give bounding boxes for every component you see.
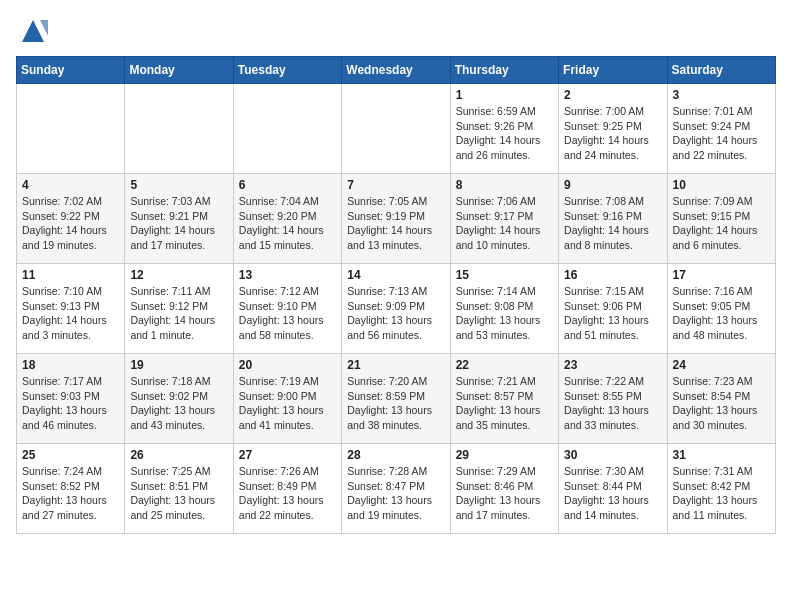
day-number: 10 [673, 178, 770, 192]
weekday-header: Saturday [667, 57, 775, 84]
calendar-cell: 7Sunrise: 7:05 AM Sunset: 9:19 PM Daylig… [342, 174, 450, 264]
svg-marker-0 [22, 20, 44, 42]
day-number: 7 [347, 178, 444, 192]
day-number: 22 [456, 358, 553, 372]
day-info: Sunrise: 7:17 AM Sunset: 9:03 PM Dayligh… [22, 374, 119, 433]
day-info: Sunrise: 7:03 AM Sunset: 9:21 PM Dayligh… [130, 194, 227, 253]
day-info: Sunrise: 7:24 AM Sunset: 8:52 PM Dayligh… [22, 464, 119, 523]
day-info: Sunrise: 7:31 AM Sunset: 8:42 PM Dayligh… [673, 464, 770, 523]
day-number: 6 [239, 178, 336, 192]
day-info: Sunrise: 7:29 AM Sunset: 8:46 PM Dayligh… [456, 464, 553, 523]
calendar-cell: 21Sunrise: 7:20 AM Sunset: 8:59 PM Dayli… [342, 354, 450, 444]
day-info: Sunrise: 7:02 AM Sunset: 9:22 PM Dayligh… [22, 194, 119, 253]
calendar-cell [342, 84, 450, 174]
calendar-cell: 13Sunrise: 7:12 AM Sunset: 9:10 PM Dayli… [233, 264, 341, 354]
weekday-header: Monday [125, 57, 233, 84]
day-number: 17 [673, 268, 770, 282]
day-number: 26 [130, 448, 227, 462]
day-info: Sunrise: 7:04 AM Sunset: 9:20 PM Dayligh… [239, 194, 336, 253]
calendar-cell: 11Sunrise: 7:10 AM Sunset: 9:13 PM Dayli… [17, 264, 125, 354]
calendar-cell: 26Sunrise: 7:25 AM Sunset: 8:51 PM Dayli… [125, 444, 233, 534]
day-number: 16 [564, 268, 661, 282]
day-number: 4 [22, 178, 119, 192]
day-number: 5 [130, 178, 227, 192]
calendar-cell: 28Sunrise: 7:28 AM Sunset: 8:47 PM Dayli… [342, 444, 450, 534]
day-info: Sunrise: 7:26 AM Sunset: 8:49 PM Dayligh… [239, 464, 336, 523]
calendar-cell: 10Sunrise: 7:09 AM Sunset: 9:15 PM Dayli… [667, 174, 775, 264]
day-number: 18 [22, 358, 119, 372]
calendar-cell: 19Sunrise: 7:18 AM Sunset: 9:02 PM Dayli… [125, 354, 233, 444]
day-number: 8 [456, 178, 553, 192]
weekday-header: Tuesday [233, 57, 341, 84]
day-info: Sunrise: 7:05 AM Sunset: 9:19 PM Dayligh… [347, 194, 444, 253]
day-info: Sunrise: 6:59 AM Sunset: 9:26 PM Dayligh… [456, 104, 553, 163]
day-info: Sunrise: 7:13 AM Sunset: 9:09 PM Dayligh… [347, 284, 444, 343]
calendar-cell: 8Sunrise: 7:06 AM Sunset: 9:17 PM Daylig… [450, 174, 558, 264]
day-info: Sunrise: 7:16 AM Sunset: 9:05 PM Dayligh… [673, 284, 770, 343]
day-number: 23 [564, 358, 661, 372]
calendar-cell: 12Sunrise: 7:11 AM Sunset: 9:12 PM Dayli… [125, 264, 233, 354]
day-info: Sunrise: 7:15 AM Sunset: 9:06 PM Dayligh… [564, 284, 661, 343]
day-info: Sunrise: 7:08 AM Sunset: 9:16 PM Dayligh… [564, 194, 661, 253]
calendar-cell: 25Sunrise: 7:24 AM Sunset: 8:52 PM Dayli… [17, 444, 125, 534]
day-info: Sunrise: 7:18 AM Sunset: 9:02 PM Dayligh… [130, 374, 227, 433]
day-number: 3 [673, 88, 770, 102]
calendar-cell: 15Sunrise: 7:14 AM Sunset: 9:08 PM Dayli… [450, 264, 558, 354]
day-number: 9 [564, 178, 661, 192]
day-number: 14 [347, 268, 444, 282]
calendar-cell: 23Sunrise: 7:22 AM Sunset: 8:55 PM Dayli… [559, 354, 667, 444]
calendar-cell: 29Sunrise: 7:29 AM Sunset: 8:46 PM Dayli… [450, 444, 558, 534]
day-info: Sunrise: 7:14 AM Sunset: 9:08 PM Dayligh… [456, 284, 553, 343]
day-number: 19 [130, 358, 227, 372]
day-info: Sunrise: 7:30 AM Sunset: 8:44 PM Dayligh… [564, 464, 661, 523]
day-number: 15 [456, 268, 553, 282]
calendar-cell: 2Sunrise: 7:00 AM Sunset: 9:25 PM Daylig… [559, 84, 667, 174]
svg-marker-1 [40, 20, 48, 36]
calendar-cell: 20Sunrise: 7:19 AM Sunset: 9:00 PM Dayli… [233, 354, 341, 444]
day-number: 28 [347, 448, 444, 462]
day-info: Sunrise: 7:12 AM Sunset: 9:10 PM Dayligh… [239, 284, 336, 343]
calendar-cell: 27Sunrise: 7:26 AM Sunset: 8:49 PM Dayli… [233, 444, 341, 534]
day-info: Sunrise: 7:10 AM Sunset: 9:13 PM Dayligh… [22, 284, 119, 343]
calendar-cell: 18Sunrise: 7:17 AM Sunset: 9:03 PM Dayli… [17, 354, 125, 444]
calendar-header: SundayMondayTuesdayWednesdayThursdayFrid… [17, 57, 776, 84]
day-info: Sunrise: 7:06 AM Sunset: 9:17 PM Dayligh… [456, 194, 553, 253]
day-number: 27 [239, 448, 336, 462]
weekday-header: Thursday [450, 57, 558, 84]
weekday-header: Friday [559, 57, 667, 84]
day-number: 30 [564, 448, 661, 462]
weekday-header: Sunday [17, 57, 125, 84]
calendar-cell [233, 84, 341, 174]
day-number: 2 [564, 88, 661, 102]
calendar-cell: 31Sunrise: 7:31 AM Sunset: 8:42 PM Dayli… [667, 444, 775, 534]
calendar-cell: 24Sunrise: 7:23 AM Sunset: 8:54 PM Dayli… [667, 354, 775, 444]
day-info: Sunrise: 7:22 AM Sunset: 8:55 PM Dayligh… [564, 374, 661, 433]
calendar-cell: 4Sunrise: 7:02 AM Sunset: 9:22 PM Daylig… [17, 174, 125, 264]
logo [16, 16, 48, 46]
logo-icon [18, 16, 48, 46]
calendar-cell [17, 84, 125, 174]
calendar-cell: 5Sunrise: 7:03 AM Sunset: 9:21 PM Daylig… [125, 174, 233, 264]
day-info: Sunrise: 7:19 AM Sunset: 9:00 PM Dayligh… [239, 374, 336, 433]
calendar-cell: 30Sunrise: 7:30 AM Sunset: 8:44 PM Dayli… [559, 444, 667, 534]
day-info: Sunrise: 7:09 AM Sunset: 9:15 PM Dayligh… [673, 194, 770, 253]
calendar-cell: 16Sunrise: 7:15 AM Sunset: 9:06 PM Dayli… [559, 264, 667, 354]
calendar-table: SundayMondayTuesdayWednesdayThursdayFrid… [16, 56, 776, 534]
day-number: 31 [673, 448, 770, 462]
day-info: Sunrise: 7:23 AM Sunset: 8:54 PM Dayligh… [673, 374, 770, 433]
day-number: 20 [239, 358, 336, 372]
day-number: 11 [22, 268, 119, 282]
day-info: Sunrise: 7:11 AM Sunset: 9:12 PM Dayligh… [130, 284, 227, 343]
weekday-header: Wednesday [342, 57, 450, 84]
day-number: 12 [130, 268, 227, 282]
calendar-cell: 9Sunrise: 7:08 AM Sunset: 9:16 PM Daylig… [559, 174, 667, 264]
day-number: 21 [347, 358, 444, 372]
page-header [16, 16, 776, 46]
day-number: 1 [456, 88, 553, 102]
day-number: 25 [22, 448, 119, 462]
calendar-cell: 17Sunrise: 7:16 AM Sunset: 9:05 PM Dayli… [667, 264, 775, 354]
day-info: Sunrise: 7:00 AM Sunset: 9:25 PM Dayligh… [564, 104, 661, 163]
calendar-cell: 6Sunrise: 7:04 AM Sunset: 9:20 PM Daylig… [233, 174, 341, 264]
day-info: Sunrise: 7:21 AM Sunset: 8:57 PM Dayligh… [456, 374, 553, 433]
calendar-cell [125, 84, 233, 174]
